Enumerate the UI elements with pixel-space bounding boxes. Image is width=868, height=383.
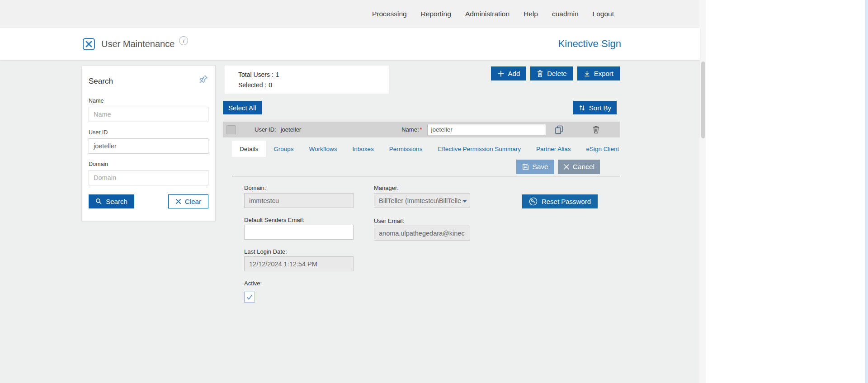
user-id-field-value: joeteller	[281, 126, 302, 133]
clear-x-icon	[175, 199, 181, 204]
active-label: Active:	[244, 280, 262, 287]
cancel-x-icon	[563, 164, 570, 170]
nav-item[interactable]: Logout	[593, 10, 614, 18]
active-checkbox[interactable]	[244, 292, 255, 303]
nav-item[interactable]: cuadmin	[552, 10, 579, 18]
tab[interactable]: Details	[232, 141, 266, 157]
app-root: ProcessingReportingAdministrationHelpcua…	[0, 0, 868, 383]
tab[interactable]: Workflows	[302, 141, 345, 157]
last-login-label: Last Login Date:	[244, 248, 287, 255]
scrollbar-thumb[interactable]	[701, 61, 705, 138]
domain-label: Domain	[89, 161, 208, 167]
brand-title: Kinective Sign	[558, 38, 621, 50]
tab[interactable]: Inboxes	[345, 141, 382, 157]
nav-item[interactable]: Administration	[465, 10, 509, 18]
page-title: User Maintenance	[101, 39, 175, 49]
copy-user-button[interactable]	[554, 125, 564, 135]
app-logo-icon	[83, 38, 95, 50]
domain-field-label: Domain:	[244, 184, 266, 191]
user-row: User ID: joeteller Name: *	[223, 122, 620, 137]
summary-box: Total Users : 1 Selected : 0	[225, 66, 389, 94]
download-icon	[584, 70, 590, 77]
tab[interactable]: Effective Permission Summary	[430, 141, 528, 157]
default-senders-email-label: Default Senders Email:	[244, 217, 304, 223]
tab-bar: DetailsGroupsWorkflowsInboxesPermissions…	[232, 141, 627, 157]
sort-by-button[interactable]: Sort By	[573, 101, 617, 114]
search-user-id-input[interactable]	[89, 138, 208, 154]
save-icon	[522, 164, 529, 170]
tab[interactable]: eSign Client	[579, 141, 627, 157]
cancel-button[interactable]: Cancel	[558, 160, 600, 174]
sort-icon	[579, 104, 585, 111]
clear-button[interactable]: Clear	[168, 194, 208, 208]
select-all-button[interactable]: Select All	[223, 101, 262, 114]
chevron-down-icon	[462, 200, 467, 203]
manager-select: BillTeller (immtestcu\BillTelle	[374, 193, 470, 208]
search-panel-title: Search	[89, 77, 113, 86]
header: User Maintenance i Kinective Sign	[0, 28, 700, 60]
key-icon	[529, 197, 538, 206]
nav-item[interactable]: Reporting	[421, 10, 451, 18]
search-button[interactable]: Search	[89, 194, 134, 208]
info-icon[interactable]: i	[179, 36, 188, 45]
search-domain-input[interactable]	[89, 170, 208, 185]
name-field-label: Name:	[401, 126, 419, 133]
search-panel: Search Name User ID Domain	[81, 66, 216, 221]
save-button[interactable]: Save	[516, 160, 554, 174]
user-email-field: anoma.ulpathegedara@kinec	[374, 226, 470, 241]
user-name-input[interactable]	[427, 124, 546, 135]
row-delete-button[interactable]	[592, 125, 600, 134]
main-area: Search Name User ID Domain	[0, 60, 700, 383]
selected-value: 0	[269, 80, 272, 90]
copy-icon	[554, 125, 564, 135]
row-trash-icon	[592, 125, 600, 134]
tab[interactable]: Partner Alias	[528, 141, 579, 157]
export-button[interactable]: Export	[577, 66, 620, 80]
last-login-field: 12/12/2024 1:12:54 PM	[244, 256, 354, 271]
window-scrollbar[interactable]	[865, 0, 868, 383]
name-label: Name	[89, 98, 208, 104]
domain-field: immtestcu	[244, 193, 354, 208]
search-name-input[interactable]	[89, 107, 208, 122]
nav-item[interactable]: Processing	[372, 10, 407, 18]
tab[interactable]: Permissions	[382, 141, 430, 157]
form-actions: Save Cancel	[516, 160, 600, 174]
selected-label: Selected :	[238, 80, 266, 90]
toolbar: Add Delete Export	[491, 66, 620, 80]
check-icon	[246, 293, 253, 301]
nav-item[interactable]: Help	[524, 10, 538, 18]
required-marker: *	[420, 126, 422, 133]
trash-icon	[537, 70, 543, 77]
row-checkbox[interactable]	[226, 125, 236, 134]
delete-button[interactable]: Delete	[530, 66, 573, 80]
search-icon	[95, 198, 102, 205]
manager-field-label: Manager:	[374, 184, 399, 191]
plus-icon	[497, 70, 505, 77]
page-scrollbar[interactable]	[700, 0, 706, 383]
tab[interactable]: Groups	[266, 141, 301, 157]
user-email-label: User Email:	[374, 218, 404, 224]
pin-icon[interactable]	[198, 74, 208, 84]
default-senders-email-input[interactable]	[244, 225, 354, 240]
add-button[interactable]: Add	[491, 66, 527, 80]
content-area: Total Users : 1 Selected : 0 Add	[223, 60, 620, 383]
total-users-value: 1	[276, 70, 279, 80]
tab-divider	[232, 176, 620, 176]
total-users-label: Total Users :	[238, 70, 274, 80]
user-id-label: User ID	[89, 129, 208, 136]
top-nav: ProcessingReportingAdministrationHelpcua…	[0, 0, 700, 28]
reset-password-button[interactable]: Reset Password	[522, 194, 598, 208]
user-id-field-label: User ID:	[255, 126, 276, 133]
